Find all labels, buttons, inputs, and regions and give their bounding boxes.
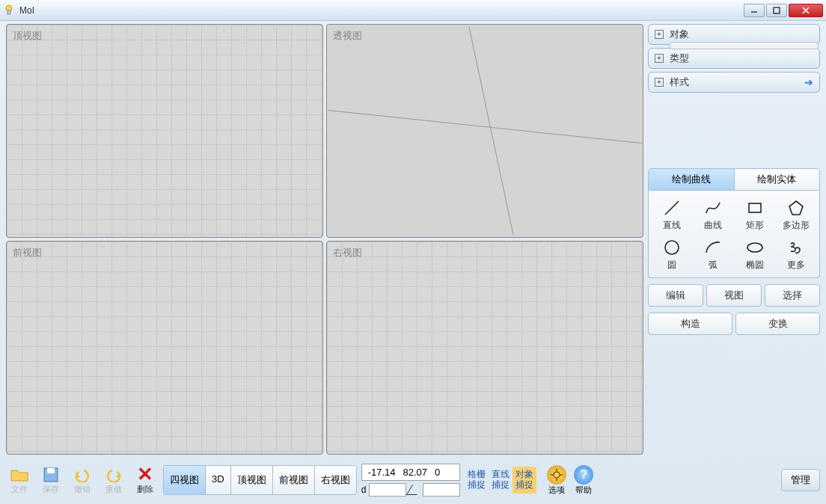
tool-curve[interactable]: 曲线: [694, 195, 734, 233]
angle-icon: [406, 485, 423, 495]
tab-draw-solid[interactable]: 绘制实体: [734, 169, 820, 190]
snap-buttons: 格栅捕捉 直线捕捉 对象捕捉: [465, 467, 536, 494]
ellipse-icon: [744, 236, 766, 259]
viewport-front-label: 前视图: [13, 246, 42, 259]
expand-icon: +: [655, 30, 664, 39]
viewport-perspective[interactable]: 透视图: [326, 24, 643, 238]
view-front-button[interactable]: 前视图: [272, 466, 314, 494]
tool-polygon[interactable]: 多边形: [777, 195, 817, 233]
undo-icon: [72, 466, 93, 484]
tool-circle[interactable]: 圆: [652, 235, 692, 273]
svg-point-13: [554, 472, 560, 478]
browser-objects-label: 对象: [670, 28, 689, 41]
tool-rect[interactable]: 矩形: [735, 195, 775, 233]
view-right-button[interactable]: 右视图: [314, 466, 356, 494]
viewport-top-label: 顶视图: [13, 29, 42, 43]
transform-button[interactable]: 变换: [735, 313, 820, 335]
undo-button[interactable]: 撤销: [69, 466, 96, 495]
view-button[interactable]: 视图: [706, 284, 762, 307]
maximize-button[interactable]: [766, 4, 787, 17]
distance-input[interactable]: [369, 483, 406, 497]
browser-styles[interactable]: + 样式 ➔: [648, 72, 820, 93]
tab-draw-curve[interactable]: 绘制曲线: [649, 169, 734, 190]
delete-icon: ✕: [135, 466, 156, 484]
redo-button[interactable]: 重做: [100, 466, 127, 495]
view-3d-button[interactable]: 3D: [205, 466, 230, 494]
svg-rect-1: [7, 10, 10, 14]
tool-ellipse[interactable]: 椭圆: [735, 235, 775, 273]
delete-button[interactable]: ✕ 删除: [132, 466, 159, 495]
svg-rect-7: [749, 203, 761, 212]
snap-grid-button[interactable]: 格栅捕捉: [465, 467, 489, 494]
manage-button[interactable]: 管理: [781, 469, 820, 491]
gear-icon: [547, 465, 566, 485]
select-button[interactable]: 选择: [765, 284, 820, 307]
viewport-top[interactable]: 顶视图: [6, 24, 323, 238]
help-button[interactable]: ? 帮助: [574, 465, 593, 496]
view-four-button[interactable]: 四视图: [164, 466, 205, 494]
svg-point-10: [747, 243, 762, 252]
help-icon: ?: [574, 465, 593, 485]
circle-icon: [661, 236, 683, 259]
tool-line[interactable]: 直线: [652, 195, 692, 233]
angle-input[interactable]: [423, 483, 460, 497]
coord-z: 0: [435, 467, 440, 478]
edit-button[interactable]: 编辑: [648, 284, 703, 307]
coord-y: 82.07: [403, 467, 428, 478]
view-mode-buttons: 四视图 3D 顶视图 前视图 右视图: [163, 465, 357, 495]
svg-line-6: [665, 201, 679, 215]
redo-icon: [103, 466, 124, 484]
window-title: MoI: [19, 5, 744, 16]
scene-browser: + 对象 + 类型 + 样式 ➔: [648, 24, 820, 96]
coord-x: -17.14: [368, 467, 396, 478]
arc-icon: [702, 236, 724, 259]
options-button[interactable]: 选项: [547, 465, 566, 496]
viewport-right-label: 右视图: [333, 246, 362, 259]
viewport-perspective-label: 透视图: [333, 29, 362, 43]
distance-label: d: [361, 485, 367, 495]
expand-icon: +: [655, 54, 664, 63]
tool-panel: 绘制曲线 绘制实体 直线 曲线 矩形 多边形: [648, 168, 820, 335]
snap-straight-button[interactable]: 直线捕捉: [489, 467, 513, 494]
browser-styles-label: 样式: [670, 76, 689, 89]
more-icon: [785, 236, 807, 259]
tool-arc[interactable]: 弧: [694, 235, 734, 273]
svg-point-9: [665, 241, 679, 254]
svg-rect-3: [774, 7, 780, 13]
view-top-button[interactable]: 顶视图: [230, 466, 272, 494]
curve-icon: [702, 197, 724, 219]
save-icon: [40, 466, 61, 484]
coordinate-readout: -17.14 82.07 0 d: [361, 464, 461, 497]
app-icon: [3, 4, 15, 16]
line-icon: [661, 197, 683, 219]
polygon-icon: [785, 197, 807, 219]
tool-more[interactable]: 更多: [777, 235, 817, 273]
title-bar: MoI: [0, 0, 826, 21]
viewport-right[interactable]: 右视图: [326, 241, 643, 455]
construct-button[interactable]: 构造: [648, 313, 732, 335]
folder-icon: [9, 466, 30, 484]
expand-icon: +: [655, 78, 664, 87]
arrow-right-icon[interactable]: ➔: [804, 76, 813, 88]
bottom-toolbar: 文件 保存 撤销 重做 ✕ 删除 四视图 3D 顶视图 前视图 右视图 -17.…: [6, 464, 820, 497]
save-button[interactable]: 保存: [37, 466, 64, 495]
rect-icon: [744, 197, 766, 219]
svg-marker-8: [789, 201, 803, 215]
progress-indicator: [669, 42, 819, 49]
minimize-button[interactable]: [744, 4, 765, 17]
browser-types[interactable]: + 类型: [648, 48, 820, 69]
close-button[interactable]: [789, 4, 823, 17]
browser-types-label: 类型: [670, 52, 689, 65]
svg-rect-12: [47, 468, 55, 473]
viewport-front[interactable]: 前视图: [6, 241, 323, 455]
snap-object-button[interactable]: 对象捕捉: [513, 467, 536, 494]
file-button[interactable]: 文件: [6, 466, 33, 495]
